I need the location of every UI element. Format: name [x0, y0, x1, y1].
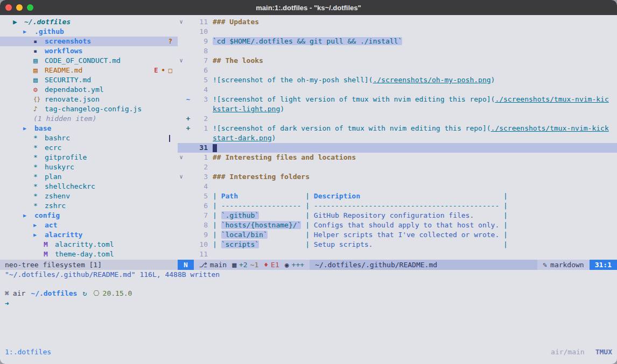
tree-item-readme.md[interactable]: ▤README.mdE•□: [0, 66, 178, 75]
fold-marker: ∨: [178, 153, 185, 162]
tree-item-tag-changelog-config.js[interactable]: ♪tag-changelog-config.js: [0, 104, 178, 114]
editor-line[interactable]: 10| `scripts` | Setup scripts. |: [178, 240, 617, 249]
editor-line[interactable]: 9`cd $HOME/.dotfiles && git pull && ./in…: [178, 37, 617, 46]
git-modified-badge: •: [162, 66, 165, 75]
line-number: 9: [192, 37, 208, 46]
shell-file-icon: *: [33, 191, 41, 201]
tree-item-security.md[interactable]: ▤SECURITY.md: [0, 75, 178, 85]
text-run: |: [238, 192, 314, 200]
tree-item-.github[interactable]: ▶.github: [0, 27, 178, 37]
line-number: 6: [192, 66, 208, 75]
editor-line[interactable]: ∨11### Updates: [178, 17, 617, 27]
tree-item-dependabot.yml[interactable]: ⚙dependabot.yml: [0, 85, 178, 95]
tree-item-gitprofile[interactable]: *gitprofile: [0, 153, 178, 162]
tree-item-shellcheckrc[interactable]: *shellcheckrc: [0, 182, 178, 191]
line-text: [208, 162, 213, 172]
editor-line[interactable]: ~3![screenshot of light version of tmux …: [178, 95, 617, 104]
tree-item-huskyrc[interactable]: *huskyrc: [0, 162, 178, 172]
tree-item-plan[interactable]: *plan: [0, 172, 178, 182]
tmux-statusbar: 1:.dotfiles air/main TMUX: [0, 347, 617, 357]
tree-item-renovate.json[interactable]: {}renovate.json: [0, 95, 178, 104]
line-number: 5: [192, 75, 208, 85]
tree-item-code-of-conduct.md[interactable]: ▤CODE_OF_CONDUCT.md: [0, 56, 178, 66]
tree-item-1-hidden-item[interactable]: (1 hidden item): [0, 114, 178, 124]
statusline-item: ♦E1: [264, 260, 279, 270]
editor-line[interactable]: +1![screenshot of dark version of tmux w…: [178, 124, 617, 133]
git-sign: [185, 133, 192, 143]
zoom-button[interactable]: [27, 4, 33, 11]
editor-line[interactable]: 10: [178, 27, 617, 37]
titlebar: main:1:.dotfiles - "ks~/.dotfiles": [0, 0, 617, 15]
tree-item-act[interactable]: ▶act: [0, 220, 178, 230]
tree-item-alacritty.toml[interactable]: Malacritty.toml: [0, 240, 178, 249]
git-sign: [185, 220, 192, 230]
text-run: `scripts`: [221, 240, 259, 248]
filetype-segment: ✎ markdown: [537, 260, 589, 270]
editor-line[interactable]: 4: [178, 85, 617, 95]
editor-buffer[interactable]: ∨11### Updates109`cd $HOME/.dotfiles && …: [178, 15, 617, 260]
tree-item-.dotfiles[interactable]: ▶~/.dotfiles: [0, 17, 178, 27]
editor-line[interactable]: 2: [178, 162, 617, 172]
tree-item-screenshots[interactable]: ▪screenshots?: [0, 37, 178, 46]
tree-item-zshenv[interactable]: *zshenv: [0, 191, 178, 201]
neotree-statusline: neo-tree filesystem [1]: [0, 260, 178, 270]
mode-indicator: N: [178, 260, 194, 270]
fold-marker: ∨: [178, 17, 185, 27]
tree-item-ecrc[interactable]: *ecrc: [0, 143, 178, 153]
minimize-button[interactable]: [16, 4, 23, 11]
line-number: 4: [192, 182, 208, 191]
editor-cursor-line[interactable]: 31: [178, 143, 617, 153]
tree-item-config[interactable]: ▶config: [0, 211, 178, 220]
editor-line[interactable]: 6: [178, 66, 617, 75]
editor-line[interactable]: start-dark.png): [178, 133, 617, 143]
editor-line[interactable]: kstart-light.png): [178, 104, 617, 114]
fold-marker: [178, 133, 185, 143]
root-folder-icon: ▶: [13, 17, 21, 27]
line-number: 11: [192, 249, 208, 259]
markdown-file-icon: ▤: [33, 75, 41, 85]
editor-line[interactable]: 9| `local/bin` | Helper scripts that I'v…: [178, 230, 617, 240]
tree-item-workflows[interactable]: ▪workflows: [0, 46, 178, 56]
editor-line[interactable]: ∨1## Interesting files and locations: [178, 153, 617, 162]
tmux-session-name: air/main: [551, 347, 585, 357]
tree-item-label: plan: [45, 172, 61, 182]
tree-item-zshrc[interactable]: *zshrc: [0, 201, 178, 211]
diagnostics-error-icon: ♦: [264, 260, 268, 270]
editor-line[interactable]: 6| ------------------- | ---------------…: [178, 201, 617, 211]
tmux-window-tab[interactable]: 1:.dotfiles: [5, 347, 51, 357]
node-icon: ⎔: [93, 289, 99, 297]
fold-marker: ∨: [178, 56, 185, 66]
line-number: 31: [192, 143, 208, 153]
editor-line[interactable]: 11: [178, 249, 617, 259]
line-text: | `local/bin` | Helper scripts that I've…: [208, 230, 508, 240]
tree-item-alacritty[interactable]: ▶alacritty: [0, 230, 178, 240]
tree-item-bashrc[interactable]: *bashrc: [0, 133, 178, 143]
text-run: | ------------------- | ----------------…: [213, 202, 508, 210]
text-run: |: [268, 231, 314, 239]
markdown-file-icon: ▤: [33, 56, 41, 66]
editor-line[interactable]: ∨7## The looks: [178, 56, 617, 66]
line-text: ### Interesting folders: [208, 172, 310, 182]
editor-line[interactable]: +2: [178, 114, 617, 124]
line-text: | `.github` | GitHub Repository configur…: [208, 211, 508, 220]
editor-line[interactable]: 7| `.github` | GitHub Repository configu…: [178, 211, 617, 220]
editor-line[interactable]: 8: [178, 46, 617, 56]
text-run: Description: [314, 192, 360, 200]
editor-line[interactable]: 5![screenshot of the oh-my-posh shell](.…: [178, 75, 617, 85]
editor-line[interactable]: 8| `hosts/{hostname}/` | Configs that sh…: [178, 220, 617, 230]
tmux-badge: TMUX: [595, 347, 612, 357]
close-button[interactable]: [5, 4, 12, 11]
tree-item-base[interactable]: ▶base: [0, 124, 178, 133]
editor-line[interactable]: ∨3### Interesting folders: [178, 172, 617, 182]
line-text: | `scripts` | Setup scripts. |: [208, 240, 508, 249]
tree-item-label: renovate.json: [45, 95, 100, 104]
neotree-panel[interactable]: ▶~/.dotfiles▶.github▪screenshots?▪workfl…: [0, 15, 178, 260]
editor-line[interactable]: 5| Path | Description |: [178, 191, 617, 201]
shell-pane[interactable]: ⌘ air ~/.dotfiles ↻ ⎔ 20.15.0 ➜ 1:.dotfi…: [0, 280, 617, 364]
editor-line[interactable]: 4: [178, 182, 617, 191]
fold-marker: [178, 201, 185, 211]
tree-item-label: huskyrc: [45, 162, 74, 172]
line-text: [208, 114, 213, 124]
line-text: ### Updates: [208, 17, 259, 27]
tree-item-theme-day.toml[interactable]: Mtheme-day.toml: [0, 249, 178, 259]
